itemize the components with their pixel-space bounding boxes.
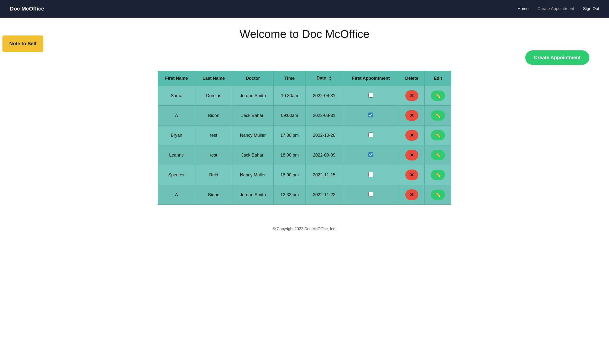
footer: © Copyright 2022 Doc McOffice, Inc. (0, 220, 609, 236)
col-first-name: First Name (158, 71, 195, 86)
x-icon: ✕ (410, 172, 414, 178)
create-appointment-button[interactable]: Create Appointment (525, 50, 589, 65)
cell-date: 2022-08-31 (305, 86, 343, 106)
delete-button[interactable]: ✕ (405, 150, 418, 160)
table-row: ABidonJordan Smith12:33 pm2022-11-22✕✏️ (158, 185, 451, 205)
create-btn-row: Create Appointment (15, 50, 594, 65)
col-doctor: Doctor (232, 71, 273, 86)
cell-first-name: A (158, 185, 195, 205)
footer-text: © Copyright 2022 Doc McOffice, Inc. (273, 227, 336, 231)
first-appointment-checkbox[interactable] (368, 132, 373, 137)
cell-date: 2022-11-15 (305, 165, 343, 185)
table-row: SpencerReidNancy Muller18:00 pm2022-11-1… (158, 165, 451, 185)
x-icon: ✕ (410, 93, 414, 99)
col-last-name: Last Name (195, 71, 232, 86)
cell-delete: ✕ (399, 165, 424, 185)
edit-button[interactable]: ✏️ (431, 110, 445, 121)
cell-last-name: Bidon (195, 106, 232, 126)
x-icon: ✕ (410, 132, 414, 138)
col-delete: Delete (399, 71, 424, 86)
cell-first-name: Bryan (158, 126, 195, 145)
cell-delete: ✕ (399, 106, 424, 126)
appointments-table-wrapper: First Name Last Name Doctor Time Date ▲ … (158, 71, 451, 205)
first-appointment-checkbox[interactable] (368, 192, 373, 197)
cell-doctor: Jordan Smith (232, 185, 273, 205)
cell-last-name: test (195, 126, 232, 145)
table-row: LeannetestJack Bahari18:00 pm2022-09-09✕… (158, 145, 451, 165)
edit-button[interactable]: ✏️ (431, 91, 445, 101)
delete-button[interactable]: ✕ (405, 130, 418, 141)
cell-delete: ✕ (399, 86, 424, 106)
pencil-icon: ✏️ (435, 113, 441, 118)
edit-button[interactable]: ✏️ (431, 150, 445, 160)
cell-last-name: Bidon (195, 185, 232, 205)
col-date[interactable]: Date ▲ ▼ (305, 71, 343, 86)
cell-first-appointment[interactable] (343, 106, 399, 126)
cell-first-appointment[interactable] (343, 185, 399, 205)
cell-last-name: test (195, 145, 232, 165)
col-time: Time (274, 71, 306, 86)
cell-last-name: Dorelus (195, 86, 232, 106)
cell-date: 2022-09-09 (305, 145, 343, 165)
x-icon: ✕ (410, 113, 414, 118)
pencil-icon: ✏️ (435, 133, 441, 138)
first-appointment-checkbox[interactable] (368, 113, 373, 117)
cell-edit: ✏️ (424, 126, 451, 145)
cell-edit: ✏️ (424, 185, 451, 205)
cell-first-appointment[interactable] (343, 126, 399, 145)
note-to-self-badge[interactable]: Note to Self (2, 36, 43, 52)
nav-home[interactable]: Home (517, 6, 529, 11)
cell-first-name: Leanne (158, 145, 195, 165)
col-edit: Edit (424, 71, 451, 86)
cell-time: 10:30am (274, 86, 306, 106)
cell-delete: ✕ (399, 145, 424, 165)
nav-create-appointment[interactable]: Create Appointment (538, 6, 574, 11)
nav-sign-out[interactable]: Sign Out (583, 6, 599, 11)
edit-button[interactable]: ✏️ (431, 130, 445, 140)
x-icon: ✕ (410, 192, 414, 198)
cell-date: 2022-10-20 (305, 126, 343, 145)
table-row: ABidonJack Bahari09:00am2022-08-31✕✏️ (158, 106, 451, 126)
first-appointment-checkbox[interactable] (368, 93, 373, 98)
cell-edit: ✏️ (424, 86, 451, 106)
navbar: Doc McOffice Home Create Appointment Sig… (0, 0, 609, 18)
appointments-table: First Name Last Name Doctor Time Date ▲ … (158, 71, 451, 205)
pencil-icon: ✏️ (435, 152, 441, 158)
edit-button[interactable]: ✏️ (431, 190, 445, 200)
cell-date: 2022-08-31 (305, 106, 343, 126)
cell-doctor: Jack Bahari (232, 145, 273, 165)
cell-doctor: Nancy Muller (232, 126, 273, 145)
delete-button[interactable]: ✕ (405, 110, 418, 121)
cell-doctor: Jack Bahari (232, 106, 273, 126)
first-appointment-checkbox[interactable] (368, 152, 373, 157)
cell-first-appointment[interactable] (343, 145, 399, 165)
cell-delete: ✕ (399, 126, 424, 145)
first-appointment-checkbox[interactable] (368, 172, 373, 177)
cell-doctor: Jordan Smith (232, 86, 273, 106)
cell-doctor: Nancy Muller (232, 165, 273, 185)
table-row: BryantestNancy Muller17:30 pm2022-10-20✕… (158, 126, 451, 145)
navbar-brand: Doc McOffice (10, 6, 44, 12)
col-first-appointment: First Appointment (343, 71, 399, 86)
cell-first-name: Same (158, 86, 195, 106)
cell-first-name: Spencer (158, 165, 195, 185)
cell-delete: ✕ (399, 185, 424, 205)
cell-date: 2022-11-22 (305, 185, 343, 205)
edit-button[interactable]: ✏️ (431, 170, 445, 180)
date-sort-icons: ▲ ▼ (329, 75, 332, 81)
table-header: First Name Last Name Doctor Time Date ▲ … (158, 71, 451, 86)
cell-first-appointment[interactable] (343, 165, 399, 185)
cell-time: 12:33 pm (274, 185, 306, 205)
cell-time: 09:00am (274, 106, 306, 126)
delete-button[interactable]: ✕ (405, 169, 418, 180)
cell-last-name: Reid (195, 165, 232, 185)
cell-edit: ✏️ (424, 165, 451, 185)
pencil-icon: ✏️ (435, 172, 441, 178)
delete-button[interactable]: ✕ (405, 90, 418, 101)
cell-time: 18:00 pm (274, 165, 306, 185)
cell-time: 17:30 pm (274, 126, 306, 145)
table-row: SameDorelusJordan Smith10:30am2022-08-31… (158, 86, 451, 106)
cell-first-appointment[interactable] (343, 86, 399, 106)
table-body: SameDorelusJordan Smith10:30am2022-08-31… (158, 86, 451, 205)
delete-button[interactable]: ✕ (405, 189, 418, 200)
